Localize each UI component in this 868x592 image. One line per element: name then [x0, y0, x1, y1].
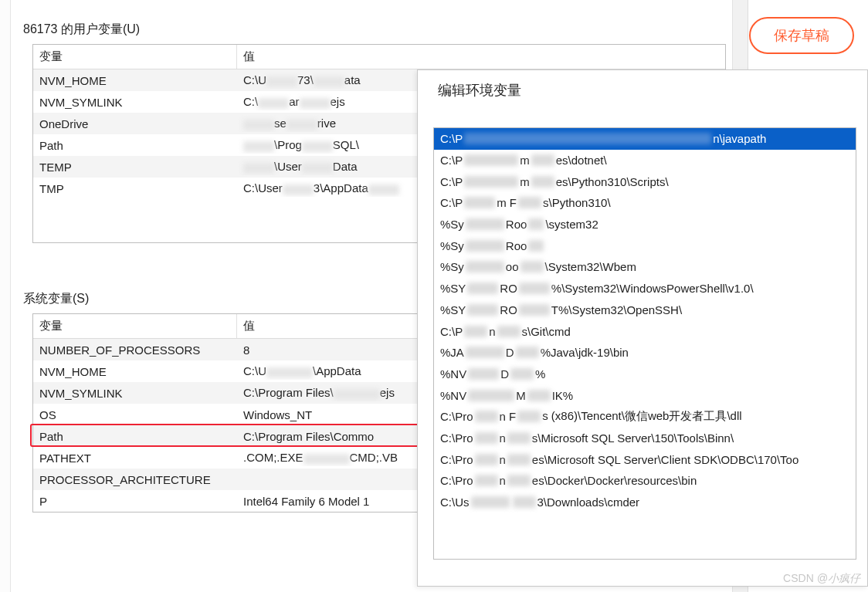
save-draft-button[interactable]: 保存草稿 [749, 17, 854, 54]
path-entry[interactable]: C:\Pmes\Python310\Scripts\ [434, 171, 856, 192]
path-entry[interactable]: %JAD%Java\jdk-19\bin [434, 342, 856, 364]
window-left-edge [0, 0, 11, 592]
var-name: NVM_SYMLINK [33, 385, 237, 401]
path-entries-list[interactable]: C:\Pn\javapathC:\Pmes\dotnet\C:\Pmes\Pyt… [433, 127, 856, 560]
var-name: OneDrive [33, 116, 237, 132]
path-entry[interactable]: C:\Pns\Git\cmd [434, 320, 856, 342]
var-name: P [33, 493, 237, 509]
path-entry[interactable]: %SYROT%\System32\OpenSSH\ [434, 299, 856, 321]
user-vars-label: 86173 的用户变量(U) [23, 22, 748, 38]
dialog-title: 编辑环境变量 [418, 70, 867, 100]
path-entry[interactable]: %NVMIK% [434, 384, 856, 406]
var-name: NVM_HOME [33, 73, 237, 89]
path-entry[interactable]: C:\Pmes\dotnet\ [434, 150, 856, 171]
var-name: TMP [33, 181, 237, 197]
var-name: PROCESSOR_ARCHITECTURE [33, 472, 237, 488]
var-name: Path [33, 137, 237, 154]
path-entry[interactable]: %SYRO%\System32\WindowsPowerShell\v1.0\ [434, 278, 856, 299]
path-entry[interactable]: C:\Pm Fs\Python310\ [434, 192, 856, 214]
path-entry[interactable]: %SyRoo\system32 [434, 214, 856, 235]
path-entry[interactable]: C:\Prones\Docker\Docker\resources\bin [434, 470, 856, 492]
watermark: CSDN@小疯仔 [783, 572, 860, 586]
path-entry[interactable]: C:\Prones\Microsoft SQL Server\Client SD… [434, 448, 856, 470]
var-name: NVM_SYMLINK [33, 94, 237, 110]
var-name: OS [33, 407, 237, 423]
var-name: NVM_HOME [33, 364, 237, 380]
var-name: PATHEXT [33, 450, 237, 466]
path-entry[interactable]: C:\Pron Fs (x86)\Tencent\微信web开发者工具\dll [434, 406, 856, 428]
path-entry[interactable]: %Syoo\System32\Wbem [434, 256, 856, 278]
path-entry[interactable]: %NVD% [434, 364, 856, 385]
path-entry[interactable]: C:\Us3\Downloads\cmder [434, 492, 856, 513]
var-name: NUMBER_OF_PROCESSORS [33, 342, 237, 358]
var-name: Path [33, 428, 237, 445]
var-name: TEMP [33, 159, 237, 175]
col-variable[interactable]: 变量 [33, 314, 237, 338]
path-entry[interactable]: C:\Prons\Microsoft SQL Server\150\Tools\… [434, 428, 856, 449]
path-entry[interactable]: C:\Pn\javapath [434, 128, 856, 150]
path-entry[interactable]: %SyRoo [434, 235, 856, 256]
col-variable[interactable]: 变量 [33, 45, 237, 69]
col-value[interactable]: 值 [237, 45, 725, 69]
edit-env-var-dialog: 编辑环境变量 C:\Pn\javapathC:\Pmes\dotnet\C:\P… [417, 69, 868, 587]
